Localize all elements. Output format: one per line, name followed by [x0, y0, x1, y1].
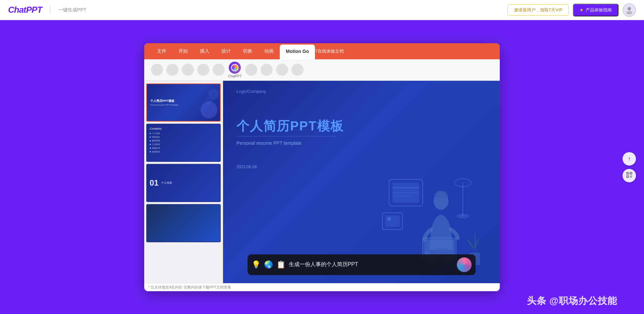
tab-animation[interactable]: 动画	[258, 43, 280, 59]
toolbar-icon-group: ChatPPT	[151, 62, 304, 78]
slide-thumb-2[interactable]: Contents 个人信息 求职意向 教育背景 工作经历 技能证书 自我评价	[146, 124, 221, 162]
toolbar-icon-7[interactable]	[245, 64, 257, 76]
toolbar: ChatPPT	[144, 59, 500, 81]
svg-rect-26	[631, 173, 631, 174]
svg-point-11	[387, 217, 391, 221]
toolbar-icon-1[interactable]	[151, 64, 163, 76]
slide-2-item-4: 工作经历	[150, 143, 217, 146]
toolbar-icon-9[interactable]	[276, 64, 288, 76]
tab-start[interactable]: 开始	[172, 43, 194, 59]
chatppt-toolbar-item[interactable]: ChatPPT	[228, 62, 242, 78]
topbar-subtitle: 一键生成PPT	[58, 7, 86, 13]
guide-label: 产品体验指南	[586, 7, 612, 13]
qr-button[interactable]	[623, 169, 636, 182]
svg-rect-32	[631, 177, 632, 178]
prompt-bar[interactable]: 💡 🌏 📋 生成一份人事的个人简历PPT	[248, 254, 476, 275]
topbar-right: 邀请新用户，领取7天VIP ★ 产品体验指南	[507, 3, 636, 17]
slide-3-preview: 01 个人信息	[147, 165, 220, 201]
svg-point-14	[457, 214, 469, 218]
slide-1-preview: 个人简历PPT模板 Personal resume PPT template	[147, 84, 220, 121]
content-area: 个人简历PPT模板 Personal resume PPT template	[144, 81, 500, 283]
ppt-window: ChatPPT在线体验文档 文件 开始 插入 设计 切换 动画 Motion G…	[144, 43, 500, 291]
preview-subtitle: Personal resume PPT template	[236, 140, 302, 146]
watermark: 头条 @职场办公技能	[527, 295, 617, 307]
app-logo: ChatPPT	[8, 5, 42, 15]
prompt-emoji-2: 🌏	[264, 260, 273, 269]
prompt-avatar	[457, 257, 472, 272]
slide-2-item-1: 个人信息	[150, 132, 217, 135]
tab-insert[interactable]: 插入	[194, 43, 215, 59]
star-icon: ★	[580, 7, 584, 12]
slide-4-preview	[147, 205, 220, 242]
slide-2-item-5: 技能证书	[150, 146, 217, 150]
preview-date: 2023.06.09	[236, 165, 257, 169]
slide-3-bg: 01 个人信息	[147, 165, 220, 201]
toolbar-icon-3[interactable]	[182, 64, 194, 76]
menu-bar: ChatPPT在线体验文档 文件 开始 插入 设计 切换 动画 Motion G…	[144, 43, 500, 59]
slide-3-section: 个人信息	[161, 181, 172, 185]
svg-rect-30	[631, 176, 632, 176]
slide-1-bg: 个人简历PPT模板 Personal resume PPT template	[147, 84, 220, 121]
slide-2-item-2: 求职意向	[150, 135, 217, 139]
svg-point-2	[209, 89, 219, 99]
chatppt-icon-label: ChatPPT	[228, 74, 242, 78]
slide-4-bg	[147, 205, 220, 242]
svg-rect-29	[630, 176, 631, 176]
prompt-text: 生成一份人事的个人简历PPT	[289, 261, 453, 268]
right-sidebar: ↑	[623, 152, 636, 182]
invite-button[interactable]: 邀请新用户，领取7天VIP	[507, 4, 569, 16]
menu-tabs: 文件 开始 插入 设计 切换 动画 Motion Go	[144, 43, 322, 59]
upload-icon: ↑	[628, 156, 631, 162]
preview-divider	[236, 136, 337, 137]
tab-switch[interactable]: 切换	[237, 43, 258, 59]
qr-icon	[626, 172, 632, 179]
prompt-emoji-1: 💡	[252, 260, 261, 269]
topbar: ChatPPT 一键生成PPT 邀请新用户，领取7天VIP ★ 产品体验指南	[0, 0, 644, 20]
slide-thumb-3[interactable]: 01 个人信息	[146, 164, 221, 202]
svg-rect-10	[385, 215, 400, 227]
preview-logo: Logo/Company	[236, 89, 266, 94]
toolbar-icon-2[interactable]	[166, 64, 178, 76]
svg-point-1	[626, 11, 632, 14]
toolbar-icon-4[interactable]	[197, 64, 209, 76]
prompt-emoji-3: 📋	[276, 260, 285, 269]
user-avatar[interactable]	[623, 3, 636, 17]
preview-main-title: 个人简历PPT模板	[236, 118, 344, 135]
svg-rect-33	[631, 176, 631, 177]
tab-file[interactable]: 文件	[151, 43, 172, 59]
slide-panel: 个人简历PPT模板 Personal resume PPT template	[144, 81, 223, 283]
toolbar-icon-5[interactable]	[213, 64, 225, 76]
bottom-note: * 仅支持预览4页内容 完整内容请下载PPT文档查看	[144, 283, 500, 291]
main-preview: Logo/Company 个人简历PPT模板 Personal resume P…	[223, 81, 500, 283]
slide-2-item-3: 教育背景	[150, 139, 217, 143]
tab-motion-go[interactable]: Motion Go	[280, 45, 315, 59]
chatppt-icon[interactable]	[229, 62, 241, 74]
svg-rect-31	[630, 177, 631, 178]
main-area: ChatPPT在线体验文档 文件 开始 插入 设计 切换 动画 Motion G…	[0, 20, 644, 314]
toolbar-icon-10[interactable]	[291, 64, 304, 76]
upload-button[interactable]: ↑	[623, 152, 636, 166]
tab-design[interactable]: 设计	[215, 43, 237, 59]
svg-rect-28	[627, 176, 628, 177]
svg-point-0	[628, 7, 631, 10]
toolbar-icon-8[interactable]	[261, 64, 273, 76]
slide-thumb-1[interactable]: 个人简历PPT模板 Personal resume PPT template	[146, 83, 221, 122]
slide-2-preview: Contents 个人信息 求职意向 教育背景 工作经历 技能证书 自我评价	[147, 124, 220, 161]
svg-point-3	[205, 98, 212, 104]
slide-thumb-4[interactable]	[146, 204, 221, 242]
guide-button[interactable]: ★ 产品体验指南	[573, 4, 619, 16]
slide-2-title: Contents	[150, 127, 217, 130]
topbar-divider	[50, 6, 50, 14]
slide-2-bg: Contents 个人信息 求职意向 教育背景 工作经历 技能证书 自我评价	[147, 124, 220, 161]
svg-rect-24	[627, 173, 628, 174]
slide-2-item-6: 自我评价	[150, 150, 217, 154]
slide-3-number: 01	[150, 178, 159, 188]
chatppt-icon-inner	[231, 64, 238, 71]
